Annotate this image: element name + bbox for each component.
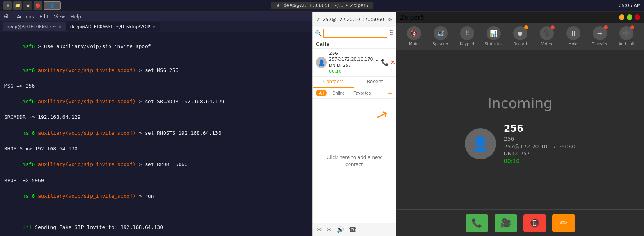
settings-gear-icon[interactable]: ⚙ bbox=[388, 16, 393, 23]
add-contact-arrow-icon: ↗ bbox=[374, 105, 390, 124]
terminal-line-9: RPORT => 5060 bbox=[4, 177, 308, 184]
add-call-icon: ➕ bbox=[619, 26, 633, 40]
maximize-button[interactable] bbox=[627, 14, 632, 20]
taskbar-app-icon-3[interactable]: ◀ bbox=[23, 1, 32, 10]
search-icon: 🔍 bbox=[315, 30, 322, 36]
call-duration: 00:10 bbox=[504, 158, 576, 164]
decline-call-button[interactable]: 📵 bbox=[523, 214, 546, 232]
record-icon: ⏺ bbox=[513, 26, 527, 40]
taskbar: 🖥 📁 ◀ 🔴 👤 🖥 deep@ADTEC0665L: ~/... ✦ Zoi… bbox=[0, 0, 644, 11]
taskbar-app-icon-1[interactable]: 🖥 bbox=[3, 1, 12, 10]
statistics-label: Statistics bbox=[485, 42, 503, 46]
video-label: Video bbox=[541, 42, 552, 46]
video-icon: 🎥 bbox=[540, 26, 554, 40]
add-call-button[interactable]: ➕ Add call bbox=[617, 26, 636, 46]
terminal-window: File Actions Edit View Help deep@ADTEC06… bbox=[0, 12, 312, 236]
statistics-button[interactable]: 📊 Statistics bbox=[484, 26, 503, 46]
zoiper-contacts-panel: ✔ 257@172.20.10.170:5060 ⚙ 🔍 ⠿ Calls 👤 2… bbox=[312, 12, 396, 236]
zoiper-bottom-bar: ✉ ✉ 🔊 ☎ bbox=[313, 223, 396, 236]
caller-dnid: DNID: 257 bbox=[504, 150, 576, 156]
terminal-line-2: msf6 auxiliary(voip/sip_invite_spoof) > … bbox=[4, 58, 308, 82]
taskbar-app-icon-4[interactable]: 🔴 bbox=[34, 1, 42, 10]
dialpad-icon[interactable]: 🔊 bbox=[336, 226, 344, 233]
speaker-button[interactable]: 🔊 Speaker bbox=[431, 26, 450, 46]
message-button[interactable]: ✏ bbox=[552, 214, 575, 232]
caller-section: 👤 256 256 257@172.20.10.170:5060 DNID: 2… bbox=[465, 123, 576, 164]
terminal-menubar: File Actions Edit View Help bbox=[0, 12, 312, 21]
hold-icon: ⏸ bbox=[566, 26, 580, 40]
search-input[interactable] bbox=[323, 29, 387, 38]
zoiper-toolbar: 🔇 Mute 🔊 Speaker ⠿ Keypad 📊 Statistics ⏺… bbox=[396, 23, 644, 50]
add-call-label: Add call bbox=[619, 42, 634, 46]
add-filter-plus-icon[interactable]: + bbox=[388, 89, 393, 97]
terminal-line-6: msf6 auxiliary(voip/sip_invite_spoof) > … bbox=[4, 122, 308, 145]
call-decline-icon[interactable]: ✕ bbox=[390, 59, 395, 66]
taskbar-right: 09:05 AM bbox=[619, 3, 641, 8]
taskbar-app-icon-2[interactable]: 📁 bbox=[13, 1, 22, 10]
zoiper-small-header: ✔ 257@172.20.10.170:5060 ⚙ bbox=[313, 12, 396, 27]
active-call-item[interactable]: 👤 256 257@172.20.10.170:... DNID: 257 00… bbox=[313, 49, 396, 77]
menu-help[interactable]: Help bbox=[71, 14, 81, 20]
terminal-tab-1[interactable]: deep@ADTEC0665L: ~ ✕ bbox=[3, 22, 66, 31]
add-contact-text[interactable]: Click here to add a new contact bbox=[313, 154, 396, 168]
tab1-label: deep@ADTEC0665L: ~ bbox=[7, 24, 56, 29]
window-controls bbox=[619, 14, 640, 20]
video-button[interactable]: 🎥 Video bbox=[537, 26, 557, 46]
status-dot-icon: ✔ bbox=[316, 16, 320, 23]
call-address: 257@172.20.10.170:... bbox=[329, 56, 379, 62]
zoiper-search-bar: 🔍 ⠿ bbox=[313, 27, 396, 39]
mute-label: Mute bbox=[409, 42, 419, 46]
tab2-close[interactable]: ✕ bbox=[153, 25, 156, 29]
terminal-tab-2[interactable]: deep@ADTEC0665L: ~/Desktop/VOIP ✕ bbox=[66, 22, 160, 31]
hold-button[interactable]: ⏸ Hold bbox=[564, 26, 583, 46]
grid-view-icon[interactable]: ⠿ bbox=[389, 29, 393, 37]
speaker-label: Speaker bbox=[432, 42, 448, 46]
keypad-button[interactable]: ⠿ Keypad bbox=[457, 26, 477, 46]
mute-icon: 🔇 bbox=[407, 26, 421, 40]
mute-button[interactable]: 🔇 Mute bbox=[404, 26, 424, 46]
filter-favorites-button[interactable]: Favorites bbox=[350, 90, 374, 96]
filter-online-button[interactable]: Online bbox=[329, 90, 348, 96]
call-duration: 00:10 bbox=[329, 68, 379, 74]
tab1-close[interactable]: ✕ bbox=[58, 25, 61, 29]
add-call-badge bbox=[630, 25, 634, 29]
taskbar-center-title[interactable]: 🖥 deep@ADTEC0665L: ~/... ✦ Zoiper5 bbox=[271, 2, 373, 9]
statistics-icon: 📊 bbox=[487, 26, 501, 40]
filter-all-button[interactable]: All bbox=[316, 90, 327, 96]
close-button[interactable] bbox=[635, 14, 640, 20]
call-action-bar: 📞 🎥 📵 ✏ bbox=[396, 209, 644, 236]
chat-icon[interactable]: ✉ bbox=[317, 226, 322, 233]
zoiper-account: 257@172.20.10.170:5060 bbox=[323, 17, 384, 22]
accept-call-button[interactable]: 📞 bbox=[466, 214, 488, 232]
terminal-tabs: deep@ADTEC0665L: ~ ✕ deep@ADTEC0665L: ~/… bbox=[0, 21, 312, 32]
menu-view[interactable]: View bbox=[54, 14, 65, 20]
transfer-button[interactable]: ➡ Transfer bbox=[590, 26, 610, 46]
tab-recent[interactable]: Recent bbox=[354, 77, 396, 88]
tab-contacts[interactable]: Contacts bbox=[313, 77, 354, 88]
call-action-buttons: 📞 ✕ bbox=[381, 59, 395, 66]
call-info: 256 257@172.20.10.170:... DNID: 257 00:1… bbox=[329, 50, 379, 75]
terminal-line-4: msf6 auxiliary(voip/sip_invite_spoof) > … bbox=[4, 90, 308, 113]
video-call-button[interactable]: 🎥 bbox=[495, 214, 517, 232]
large-caller-avatar: 👤 bbox=[465, 128, 496, 159]
minimize-button[interactable] bbox=[619, 14, 624, 20]
hold-label: Hold bbox=[569, 42, 578, 46]
record-button[interactable]: ⏺ Record bbox=[511, 26, 530, 46]
record-badge bbox=[524, 25, 528, 29]
terminal-line-blank bbox=[4, 208, 308, 216]
menu-file[interactable]: File bbox=[4, 14, 11, 20]
taskbar-app-icon-5[interactable]: 👤 bbox=[44, 1, 61, 10]
contacts-filter-bar: All Online Favorites + bbox=[313, 88, 396, 99]
terminal-line-3: MSG => 256 bbox=[4, 82, 308, 90]
voicemail-icon[interactable]: ✉ bbox=[326, 226, 331, 233]
terminal-body: msf6 > use auxiliary/voip/sip_invite_spo… bbox=[0, 32, 312, 236]
zoiper-call-panel: Zoiper5 🔇 Mute 🔊 Speaker ⠿ Keypad 📊 Stat… bbox=[396, 12, 644, 236]
menu-edit[interactable]: Edit bbox=[39, 14, 48, 20]
calls-section-label: Calls bbox=[313, 39, 396, 49]
terminal-line-10: msf6 auxiliary(voip/sip_invite_spoof) > … bbox=[4, 184, 308, 208]
phone-icon[interactable]: ☎ bbox=[349, 226, 357, 233]
record-label: Record bbox=[513, 42, 527, 46]
call-accept-icon[interactable]: 📞 bbox=[381, 59, 389, 66]
zoiper-status: ✔ 257@172.20.10.170:5060 bbox=[316, 16, 384, 23]
menu-actions[interactable]: Actions bbox=[17, 14, 34, 20]
